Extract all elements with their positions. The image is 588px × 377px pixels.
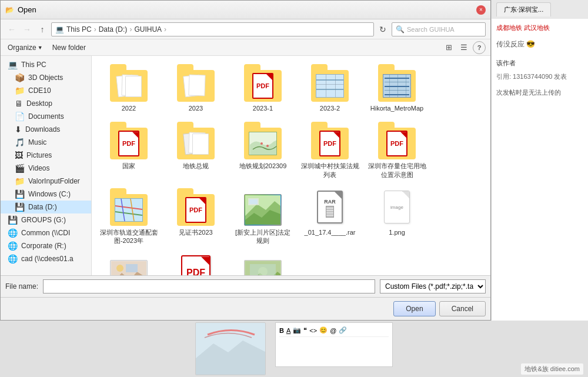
file-label-2023: 2023 [189,104,203,112]
dialog-buttons: Open Cancel [1,297,490,320]
breadcrumb-icon: 💻 [55,25,64,34]
title-bar: 📂 Open × [1,1,490,19]
file-item-xinshangchuan[interactable]: [新安上川片区]法定规则 [230,185,295,249]
file-item-2023-1[interactable]: PDF 2023-1 [230,61,295,116]
search-placeholder: Search GUIHUA [407,26,455,33]
up-button[interactable]: ↑ [36,23,49,36]
file-item-shenzhen-zhongcun[interactable]: PDF 深圳城中村扶策法规列表 [298,118,362,182]
file-item-shenzhen-guidao[interactable]: 深圳市轨道交通配套图-2023年 [96,185,161,249]
file-label-guojia: 国家 [122,162,135,170]
sidebar-item-groups-g[interactable]: 💾 GROUPS (G:) [1,213,91,226]
help-button[interactable]: ? [473,41,486,54]
organize-toolbar: Organize ▼ New folder ⊞ ☰ ? [1,39,490,56]
file-item-hikorta[interactable]: Hikorta_MetroMap [365,61,429,116]
file-label-shenzhen-zhuzhai: 深圳市存量住宅用地位置示意图 [368,162,426,179]
file-label-jianzheng: 见证书2023 [179,228,212,236]
file-label-rar: _01_17.4____.rar [305,228,356,236]
filename-input[interactable] [43,279,375,293]
file-item-png[interactable]: image 1.png [365,185,429,249]
search-icon: 🔍 [396,25,405,34]
back-button[interactable]: ← [5,23,18,36]
file-item-2023[interactable]: 2023 [163,61,228,116]
sidebar-item-videos[interactable]: 🎬 Videos [1,162,91,175]
sidebar-item-corporate-r[interactable]: 🌐 Corporate (R:) [1,239,91,252]
file-item-pdf[interactable]: PDF 25号线开标情况一览表.pdf [163,251,228,275]
breadcrumb-part-2: Data (D:) [99,25,128,34]
sidebar-item-3d-objects[interactable]: 📦 3D Objects [1,71,91,84]
view-button-1[interactable]: ⊞ [442,41,455,54]
svg-point-13 [116,265,123,272]
dialog-title: Open [18,5,36,14]
file-label-2022: 2022 [122,104,136,112]
breadcrumb[interactable]: 💻 This PC › Data (D:) › GUIHUA › [51,22,374,36]
file-item-big-file[interactable]: 008g4hBMgy1h8s4wdl62hj30b40f [96,251,161,275]
file-item-jpg[interactable]: 134721it200wqzw6ubjzoj.jpg [230,251,295,275]
sidebar-item-valorinputfolder[interactable]: 📁 ValorInputFolder [1,175,91,188]
filename-label: File name: [5,282,38,291]
file-label-xinshangchuan: [新安上川片区]法定规则 [233,228,292,245]
sidebar-item-cde10[interactable]: 📁 CDE10 [1,84,91,97]
refresh-button[interactable]: ↻ [376,23,389,36]
file-item-2023-2[interactable]: 2023-2 [298,61,362,116]
forward-button[interactable]: → [21,23,34,36]
file-label-shenzhen-guidao: 深圳市轨道交通配套图-2023年 [99,228,158,245]
new-folder-button[interactable]: New folder [50,42,88,53]
sidebar-item-this-pc[interactable]: 💻 This PC [1,58,91,71]
file-item-2022[interactable]: 2022 [96,61,161,116]
main-content: 💻 This PC 📦 3D Objects 📁 CDE10 🖥 Desktop… [1,56,490,275]
svg-line-2 [115,206,142,209]
file-label-2023-1: 2023-1 [253,104,273,112]
organize-button[interactable]: Organize ▼ [5,42,45,53]
breadcrumb-part-3: GUIHUA [134,25,162,34]
sidebar-item-windows-c[interactable]: 💾 Windows (C:) [1,188,91,201]
close-button[interactable]: × [476,5,486,15]
sidebar-item-cad[interactable]: 🌐 cad (\\cdees01.a [1,252,91,265]
file-item-jianzheng[interactable]: PDF 见证书2023 [163,185,228,249]
file-grid: 2022 2023 [92,56,490,275]
sidebar: 💻 This PC 📦 3D Objects 📁 CDE10 🖥 Desktop… [1,56,92,275]
svg-line-5 [131,199,134,221]
svg-point-0 [260,142,263,145]
file-item-rar[interactable]: RAR _01_17.4____.rar [298,185,362,249]
bottom-background: B A 📷 ❝ <> 😊 @ 🔗 地铁&族 ditiee.com [0,321,588,377]
file-item-shenzhen-zhuzhai[interactable]: PDF 深圳市存量住宅用地位置示意图 [365,118,429,182]
file-label-shenzhen-zhongcun: 深圳城中村扶策法规列表 [300,162,359,179]
file-item-ditie-guihua[interactable]: 地铁规划202309 [230,118,295,182]
chevron-down-icon: ▼ [38,45,43,51]
sidebar-item-data-d[interactable]: 💾 Data (D:) [1,201,91,213]
svg-point-1 [266,145,269,147]
sidebar-item-music[interactable]: 🎵 Music [1,136,91,149]
search-box[interactable]: 🔍 Search GUIHUA [392,22,486,36]
address-toolbar: ← → ↑ 💻 This PC › Data (D:) › GUIHUA › ↻… [1,19,490,39]
file-label-hikorta: Hikorta_MetroMap [370,104,423,112]
file-item-guojia[interactable]: PDF 国家 [96,118,161,182]
sidebar-item-downloads[interactable]: ⬇ Downloads [1,123,91,136]
folder-title-icon: 📂 [5,6,14,14]
svg-rect-14 [126,264,138,272]
file-label-ditie-guihua: 地铁规划202309 [239,162,287,170]
sidebar-item-common[interactable]: 🌐 Common (\\CDI [1,226,91,239]
file-item-ditie-zongji[interactable]: 地铁总规 [163,118,228,182]
open-button[interactable]: Open [393,301,435,316]
sidebar-item-documents[interactable]: 📄 Documents [1,110,91,123]
breadcrumb-part-1: This PC [66,25,92,34]
file-label-2023-2: 2023-2 [320,104,340,112]
svg-line-4 [121,199,125,221]
svg-rect-10 [249,199,258,204]
svg-line-3 [115,212,142,215]
file-label-ditie-zongji: 地铁总规 [183,162,209,170]
cancel-button[interactable]: Cancel [439,301,486,316]
filename-bar: File name: Custom Files (*.pdf;*.zip;*.t… [1,275,490,297]
sidebar-item-pictures[interactable]: 🖼 Pictures [1,149,91,162]
filetype-select[interactable]: Custom Files (*.pdf;*.zip;*.tar;*. [380,279,486,293]
sidebar-item-desktop[interactable]: 🖥 Desktop [1,97,91,110]
open-dialog: 📂 Open × ← → ↑ 💻 This PC › Data (D:) › G… [0,0,491,321]
view-button-2[interactable]: ☰ [457,41,470,54]
file-label-png: 1.png [389,228,405,236]
